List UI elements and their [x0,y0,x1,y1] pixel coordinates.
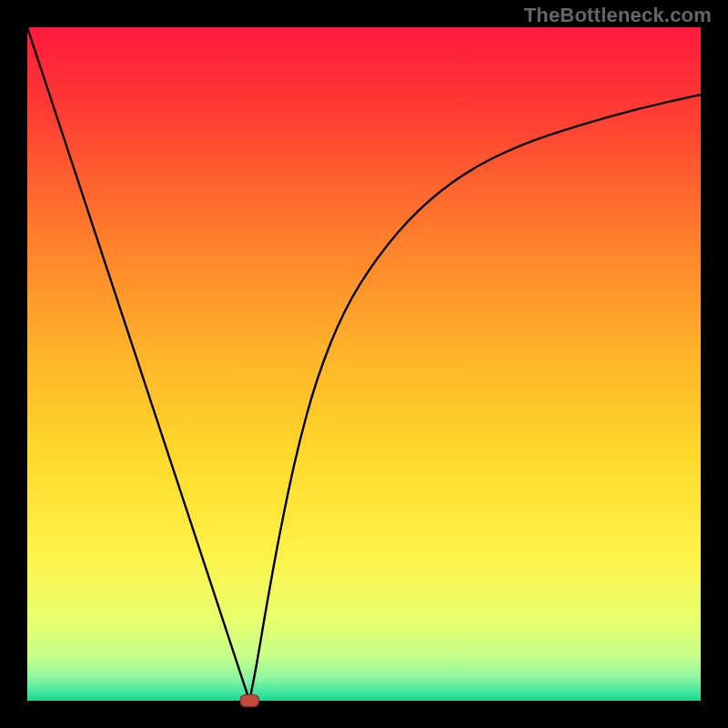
chart-frame: TheBottleneck.com [0,0,728,728]
plot-background [27,27,701,701]
chart-svg [0,0,728,728]
min-marker [240,695,258,707]
watermark-text: TheBottleneck.com [524,4,712,27]
